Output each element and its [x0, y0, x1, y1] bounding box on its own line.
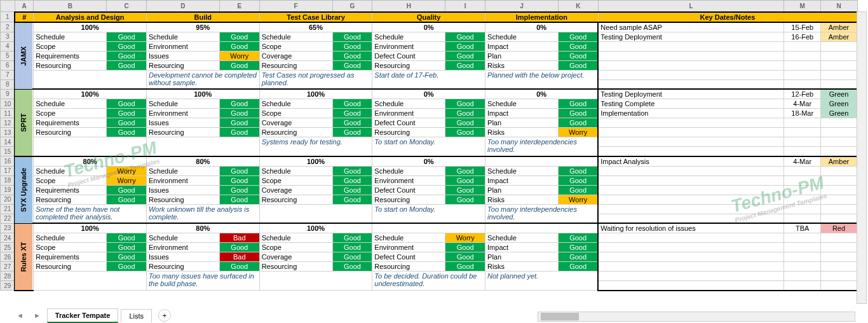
keydate-label[interactable]: Waiting for resolution of issues	[598, 223, 784, 233]
item-status[interactable]: Good	[219, 175, 259, 185]
keydate-date[interactable]	[784, 60, 820, 70]
keydate-label[interactable]: Testing Complete	[598, 99, 784, 109]
percent-complete[interactable]: 65%	[259, 22, 372, 32]
row-header[interactable]: 18	[1, 175, 15, 185]
item-label[interactable]: Schedule	[485, 99, 559, 109]
section-note[interactable]	[259, 271, 372, 291]
item-status[interactable]: Good	[332, 195, 372, 204]
item-label[interactable]: Environment	[146, 41, 219, 51]
keydate-status[interactable]: Green	[820, 99, 857, 109]
cell[interactable]	[784, 147, 820, 156]
percent-complete[interactable]: 95%	[146, 22, 259, 32]
cell[interactable]	[598, 79, 784, 89]
item-status[interactable]: Good	[559, 233, 599, 243]
item-label[interactable]: Resourcing	[146, 128, 219, 137]
item-status[interactable]: Good	[219, 118, 259, 128]
item-status[interactable]: Good	[332, 252, 372, 262]
column-header[interactable]: J	[485, 1, 559, 12]
column-header[interactable]: C	[107, 1, 147, 12]
keydate-status[interactable]	[820, 233, 857, 243]
keydate-label[interactable]	[598, 252, 784, 262]
keydate-label[interactable]	[598, 166, 784, 175]
item-status[interactable]: Good	[445, 243, 485, 252]
item-label[interactable]: Requirements	[34, 185, 107, 195]
item-label[interactable]: Resourcing	[146, 262, 219, 271]
keydate-date[interactable]	[784, 166, 820, 175]
item-label[interactable]: Coverage	[259, 185, 332, 195]
item-status[interactable]: Good	[107, 243, 147, 252]
item-status[interactable]: Good	[559, 118, 599, 128]
section-note[interactable]: Test Cases not progressed as planned.	[259, 70, 372, 89]
item-status[interactable]: Good	[445, 185, 485, 195]
cell[interactable]	[598, 271, 784, 281]
cell[interactable]	[820, 79, 857, 89]
item-label[interactable]: Risks	[485, 60, 559, 70]
item-status[interactable]: Good	[445, 118, 485, 128]
percent-complete[interactable]: 80%	[146, 223, 259, 233]
column-header[interactable]: K	[559, 1, 599, 12]
column-header[interactable]: M	[784, 1, 820, 12]
item-status[interactable]: Good	[445, 51, 485, 60]
item-status[interactable]: Good	[219, 60, 259, 70]
tab-lists[interactable]: Lists	[121, 309, 152, 322]
percent-complete[interactable]: 100%	[259, 89, 372, 99]
section-note[interactable]: Development cannot be completed without …	[146, 70, 259, 89]
percent-complete[interactable]: 0%	[485, 89, 599, 99]
item-status[interactable]: Good	[559, 166, 599, 175]
item-status[interactable]: Good	[219, 185, 259, 195]
row-header[interactable]: 11	[1, 109, 15, 118]
section-note[interactable]: To start on Monday.	[372, 204, 485, 223]
cell[interactable]	[820, 137, 857, 147]
item-label[interactable]: Schedule	[34, 166, 107, 175]
item-status[interactable]: Worry	[559, 195, 599, 204]
item-status[interactable]: Bad	[219, 252, 259, 262]
item-label[interactable]: Resourcing	[34, 262, 107, 271]
item-label[interactable]: Impact	[485, 175, 559, 185]
row-header[interactable]: 7	[1, 70, 15, 79]
section-note[interactable]: Some of the team have not completed thei…	[34, 204, 147, 223]
keydate-status[interactable]	[820, 195, 857, 204]
row-header[interactable]: 8	[1, 79, 15, 89]
row-header[interactable]: 6	[1, 60, 15, 70]
item-label[interactable]: Schedule	[34, 32, 107, 41]
column-header[interactable]: E	[219, 1, 259, 12]
item-label[interactable]: Schedule	[485, 233, 559, 243]
row-header[interactable]: 1	[1, 12, 15, 22]
keydate-status[interactable]: Red	[820, 223, 857, 233]
item-label[interactable]: Schedule	[372, 166, 445, 175]
item-status[interactable]: Good	[107, 99, 147, 109]
item-status[interactable]: Good	[107, 185, 147, 195]
percent-complete[interactable]: 100%	[259, 156, 372, 167]
keydate-status[interactable]	[820, 185, 857, 195]
row-header[interactable]: 19	[1, 185, 15, 195]
item-label[interactable]: Schedule	[372, 32, 445, 41]
item-status[interactable]: Good	[332, 51, 372, 60]
item-status[interactable]: Good	[107, 128, 147, 137]
nav-prev-icon[interactable]: ◄	[13, 312, 27, 319]
keydate-status[interactable]	[820, 60, 857, 70]
section-note[interactable]	[34, 70, 147, 89]
keydate-label[interactable]	[598, 118, 784, 128]
percent-complete[interactable]	[485, 156, 599, 167]
percent-complete[interactable]: 0%	[372, 156, 485, 167]
row-header[interactable]: 12	[1, 118, 15, 128]
item-status[interactable]: Good	[107, 109, 147, 118]
item-status[interactable]: Good	[107, 41, 147, 51]
keydate-date[interactable]: 18-Mar	[784, 109, 820, 118]
item-status[interactable]: Good	[559, 32, 599, 41]
item-status[interactable]: Good	[332, 175, 372, 185]
keydate-date[interactable]	[784, 51, 820, 60]
keydate-date[interactable]: 16-Feb	[784, 32, 820, 41]
percent-complete[interactable]: 0%	[372, 89, 485, 99]
keydate-date[interactable]	[784, 252, 820, 262]
keydate-status[interactable]	[820, 128, 857, 137]
item-label[interactable]: Schedule	[146, 32, 219, 41]
item-label[interactable]: Resourcing	[34, 60, 107, 70]
item-label[interactable]: Coverage	[259, 51, 332, 60]
keydate-status[interactable]: Green	[820, 89, 857, 99]
cell[interactable]	[784, 204, 820, 214]
section-note[interactable]: Not planned yet.	[485, 271, 599, 291]
percent-complete[interactable]: 80%	[34, 156, 147, 167]
item-label[interactable]: Schedule	[34, 99, 107, 109]
item-label[interactable]: Environment	[146, 243, 219, 252]
